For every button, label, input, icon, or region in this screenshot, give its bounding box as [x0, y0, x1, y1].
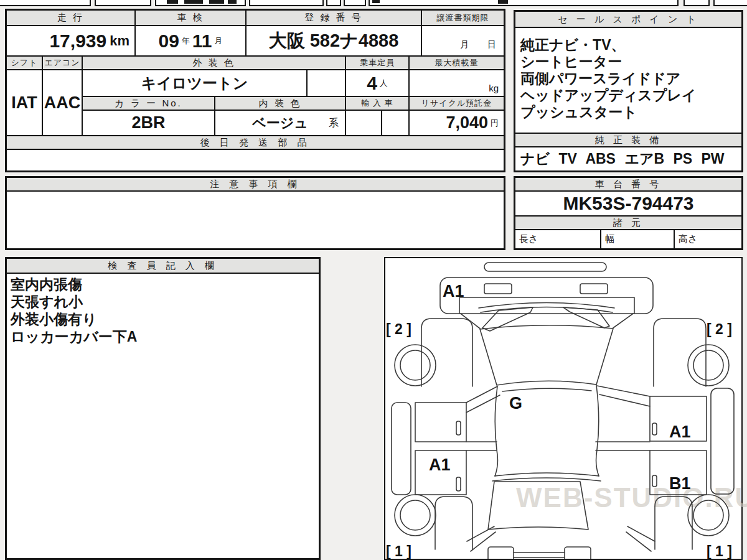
later-parts-header: 後 日 発 送 部 品	[6, 136, 504, 149]
front-bumper	[440, 278, 653, 314]
chassis-value: MK53S-794473	[515, 191, 742, 216]
mileage-value: 17,939 km	[6, 26, 135, 56]
rear-glass	[488, 482, 588, 530]
aircon-value: AAC	[42, 70, 82, 136]
import-car-value-left	[345, 110, 382, 136]
recycle-deposit-value: 7,040 円	[409, 110, 504, 136]
chassis-box: 車 台 番 号 MK53S-794473 諸 元 長さ 幅 高さ	[514, 176, 743, 250]
capacity-number: 4	[367, 73, 377, 94]
capacity-value: 4 人	[345, 70, 409, 96]
interior-color-header: 内 装 色	[215, 96, 345, 110]
capacity-unit: 人	[380, 78, 388, 89]
damage-mark-glass: G	[509, 394, 522, 413]
left-front-door	[415, 403, 466, 442]
mileage-unit: km	[110, 33, 129, 49]
equipment-header: 純 正 装 備	[515, 133, 742, 147]
sales-point-line: ヘッドアップディスプレイ	[520, 87, 738, 104]
inspection-header: 車 検	[135, 10, 246, 26]
transfer-docs-value: 月 日	[421, 26, 504, 56]
recycle-deposit-header: リサイクル預託金	[409, 96, 504, 110]
auction-sheet: 走 行 車 検 登 録 番 号 譲渡書類期限 17,939 km 09 年 11…	[0, 0, 747, 560]
later-parts-value	[6, 149, 504, 171]
spec-width: 幅	[601, 230, 674, 249]
front-left-fender	[421, 319, 472, 386]
front-roof-strip	[484, 263, 606, 271]
transfer-month-suffix: 月	[460, 39, 469, 50]
import-car-value-right	[382, 110, 409, 136]
mileage-number: 17,939	[49, 30, 106, 52]
damage-mark-right-front-door: A1	[669, 422, 691, 441]
color-no-value: 2BR	[82, 110, 215, 136]
rear-left-wheel	[395, 495, 436, 536]
sales-points-box: セ ー ル ス ポ イ ン ト 純正ナビ・TV、 シートヒーター 両側パワースラ…	[514, 10, 743, 172]
notes-header: 注 意 事 項 欄	[6, 177, 504, 191]
sales-point-line: プッシュスタート	[520, 104, 738, 121]
inspector-note-line: 天張すれ小	[11, 293, 315, 310]
exterior-color-header: 外 装 色	[82, 56, 345, 70]
damage-mark-front-left: [ 2 ]	[386, 321, 411, 337]
inspection-year: 09	[158, 30, 179, 52]
car-diagram: A1 [ 2 ] [ 2 ] G A1 A1 B1 [ 1 ] [ 1 ]	[385, 258, 741, 559]
damage-mark-right-rear-door: B1	[669, 474, 691, 493]
vehicle-data-table: 走 行 車 検 登 録 番 号 譲渡書類期限 17,939 km 09 年 11…	[5, 9, 505, 172]
exterior-color-text: キイロツートン	[141, 73, 248, 93]
registration-number: 大阪 582ナ4888	[269, 29, 399, 54]
shift-code: IAT	[11, 93, 37, 113]
rear-right-wheel	[688, 495, 729, 536]
left-sill	[392, 403, 411, 495]
aircon-header: エアコン	[42, 56, 82, 70]
specs-header: 諸 元	[515, 216, 742, 230]
max-load-header: 最大積載量	[409, 56, 504, 70]
damage-mark-rear-right: [ 1 ]	[707, 543, 732, 559]
import-car-header: 輸 入 車	[345, 96, 409, 110]
shift-header: シフト	[6, 56, 42, 70]
max-load-value: kg	[409, 70, 504, 96]
chassis-header: 車 台 番 号	[515, 177, 742, 191]
capacity-header: 乗車定員	[345, 56, 409, 70]
inspection-month: 11	[192, 30, 212, 52]
damage-mark-front-right: [ 2 ]	[707, 321, 732, 337]
transfer-day-suffix: 日	[487, 39, 496, 50]
interior-color-suffix: 系	[329, 117, 339, 130]
interior-color-text: ベージュ	[252, 114, 308, 133]
inspector-note-line: ロッカーカバー下A	[11, 328, 315, 345]
spec-length: 長さ	[515, 230, 601, 249]
right-sill	[711, 388, 734, 494]
front-left-wheel	[395, 345, 436, 386]
color-no-code: 2BR	[131, 113, 165, 133]
inspection-value: 09 年 11 月	[135, 26, 246, 56]
door-handle	[652, 423, 657, 435]
inspector-notes-body: 室内内張傷 天張すれ小 外装小傷有り ロッカーカバー下A	[6, 273, 319, 559]
color-no-header: カ ラ ー No.	[82, 96, 215, 110]
registration-header: 登 録 番 号	[246, 10, 421, 26]
mileage-header: 走 行	[6, 10, 135, 26]
sales-points-body: 純正ナビ・TV、 シートヒーター 両側パワースライドドア ヘッドアップディスプレ…	[515, 27, 742, 133]
notes-box: 注 意 事 項 欄	[5, 176, 505, 250]
sales-points-header: セ ー ル ス ポ イ ン ト	[515, 11, 742, 27]
shift-value: IAT	[6, 70, 42, 136]
damage-mark-rear-left: [ 1 ]	[386, 543, 411, 559]
door-handle	[652, 475, 657, 487]
notes-body	[6, 191, 504, 249]
windshield	[480, 325, 613, 385]
recycle-deposit-unit: 円	[491, 118, 499, 129]
sales-point-line: 純正ナビ・TV、	[520, 37, 738, 54]
exterior-color-value: キイロツートン	[82, 70, 307, 96]
aircon-code: AAC	[44, 93, 81, 113]
inspector-notes-header: 検 査 員 記 入 欄	[6, 258, 319, 273]
sales-point-line: シートヒーター	[520, 54, 738, 70]
door-handle	[456, 421, 461, 435]
chassis-number: MK53S-794473	[563, 193, 693, 214]
inspector-note-line: 室内内張傷	[11, 276, 315, 293]
interior-color-value: ベージュ 系	[215, 110, 345, 136]
damage-mark-left-rear-door: A1	[429, 455, 451, 474]
equipment-value: ナビ TV ABS エアB PS PW	[515, 147, 742, 171]
max-load-unit: kg	[489, 83, 499, 93]
rear-right-quarter	[655, 497, 692, 549]
inspector-note-line: 外装小傷有り	[11, 310, 315, 328]
front-right-wheel	[688, 345, 729, 386]
spec-height: 高さ	[674, 230, 742, 249]
exterior-color-extra	[307, 70, 345, 96]
inspection-month-suffix: 月	[215, 35, 223, 47]
inspection-year-suffix: 年	[182, 35, 190, 47]
